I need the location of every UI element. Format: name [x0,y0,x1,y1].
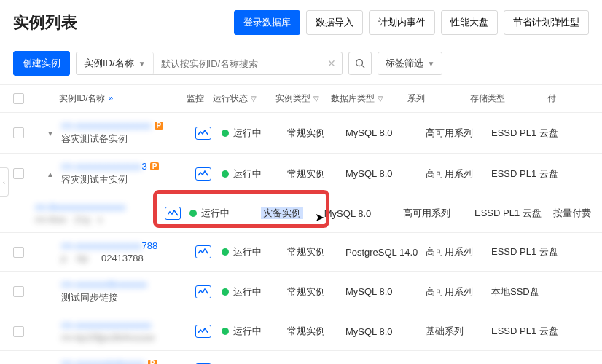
cursor-icon: ➤ [315,210,324,224]
column-status[interactable]: 运行状态▽ [213,92,275,105]
column-storage: 存储类型 [470,92,547,105]
funnel-icon: ▽ [251,95,257,103]
search-button[interactable] [348,52,372,75]
monitor-icon[interactable] [195,285,211,298]
search-type-label: 实例ID/名称 [84,57,134,70]
table-row: rm-xxxxxxxxxxxxxxxx rm-bp15fjpu3b4vuusw … [0,312,602,351]
column-series: 系列 [407,92,470,105]
instance-id-link[interactable]: rm-xxxxxxxxxxxxxxxx [61,320,152,331]
monitor-icon[interactable] [165,207,181,220]
select-all-checkbox[interactable] [13,93,24,104]
row-checkbox[interactable] [13,168,24,179]
p-badge: P [155,122,164,130]
search-type-select[interactable]: 实例ID/名称 ▼ [77,52,154,74]
table-row: rm-xxxxxxx9cxxxxxx 测试同步链接 运行中 常规实例 MySQL… [0,272,602,312]
status-dot-icon [222,328,229,335]
performance-dashboard-button[interactable]: 性能大盘 [441,10,498,35]
table-row: ▾ rm-xxxxxxxxxxxxxxxxP 容灾测试备实例 运行中 常规实例 … [0,113,602,154]
instance-id-link[interactable]: rm-xxxxxxxxxxxxxx [61,240,142,251]
instance-alias: 容灾测试备实例 [61,132,185,146]
edge-collapse-handle[interactable]: ‹ [0,167,9,197]
monitor-icon[interactable] [195,245,211,258]
p-badge: P [150,162,160,170]
status-dot-icon [222,170,229,178]
status-dot-icon [222,248,229,256]
scheduled-events-button[interactable]: 计划内事件 [369,10,435,35]
search-icon [355,58,365,68]
search-input[interactable] [154,54,321,74]
monitor-icon[interactable] [195,325,211,338]
svg-point-0 [356,60,362,66]
import-data-button[interactable]: 数据导入 [306,10,363,35]
instance-alias: 容灾测试主实例 [61,173,185,186]
clear-search-icon[interactable]: ✕ [321,58,342,69]
monitor-icon[interactable] [195,127,211,140]
page-title: 实例列表 [13,12,77,33]
instance-id-link[interactable]: rm-xxxxxxxxxxxxxx [61,161,142,172]
column-instance-type[interactable]: 实例类型▽ [275,92,332,105]
table-row: rm-xxxxxxxxxxxxxx788 p -bp 02413788 运行中 … [0,233,602,272]
table-header: 实例ID/名称» 监控 运行状态▽ 实例类型▽ 数据库类型▽ 系列 存储类型 付 [0,84,602,113]
funnel-icon: ▽ [378,95,383,103]
tag-filter-select[interactable]: 标签筛选 ▼ [378,52,443,75]
header-actions: 登录数据库 数据导入 计划内事件 性能大盘 节省计划弹性型 [234,10,589,35]
column-db-type[interactable]: 数据库类型▽ [331,92,407,105]
instance-id-link[interactable]: rm-xxxxxxx9cxxxxxx [61,279,147,290]
row-checkbox[interactable] [13,127,24,138]
column-name[interactable]: 实例ID/名称» [59,92,178,105]
status-dot-icon [222,130,229,137]
search-container: 实例ID/名称 ▼ ✕ [76,52,343,75]
p-badge: P [148,360,157,364]
row-checkbox[interactable] [13,247,24,258]
login-database-button[interactable]: 登录数据库 [234,10,300,35]
status-dot-icon [189,210,197,217]
instance-alias: 测试同步链接 [61,291,185,304]
row-checkbox[interactable] [13,286,24,297]
instances-table: 实例ID/名称» 监控 运行状态▽ 实例类型▽ 数据库类型▽ 系列 存储类型 付… [0,84,602,364]
instance-id-link[interactable]: rm-xxxxxxxxxxxxxxxx [61,120,152,131]
instance-id-link[interactable]: rm-8xxxxxxxxxxxxxxx [35,202,125,213]
table-row: ▾ rm-xxxxxxxln4xxxxxP rm-bp1eln425bx1qxx… [0,351,602,364]
sub-instance-row: rm-8xxxxxxxxxxxxxxx rm-8xw 21q s 运行中 灾备实… [0,194,602,233]
funnel-icon: ▽ [313,95,319,103]
savings-plan-button[interactable]: 节省计划弹性型 [504,10,589,35]
column-monitor: 监控 [178,92,213,105]
create-instance-button[interactable]: 创建实例 [13,51,70,76]
column-billing: 付 [547,92,589,105]
expand-toggle[interactable]: ▾ [48,128,52,138]
expand-toggle[interactable]: ▴ [48,169,52,179]
chevron-down-icon: ▼ [138,60,146,68]
instance-alias: rm-bp15fjpu3b4vuusw [61,332,185,343]
instance-alias: rm-8xw 21q s [35,214,155,225]
row-checkbox[interactable] [13,326,24,337]
double-chevron-icon: » [108,93,113,103]
table-row: ▴ rm-xxxxxxxxxxxxxx3P 容灾测试主实例 运行中 常规实例 M… [0,154,602,194]
chevron-down-icon: ▼ [428,60,435,68]
instance-id-link[interactable]: rm-xxxxxxxln4xxxxx [61,358,145,364]
instance-type-highlighted: 灾备实例 [261,207,303,219]
status-dot-icon [222,288,229,296]
tag-filter-label: 标签筛选 [386,57,423,70]
monitor-icon[interactable] [195,167,211,181]
svg-line-1 [361,66,364,68]
